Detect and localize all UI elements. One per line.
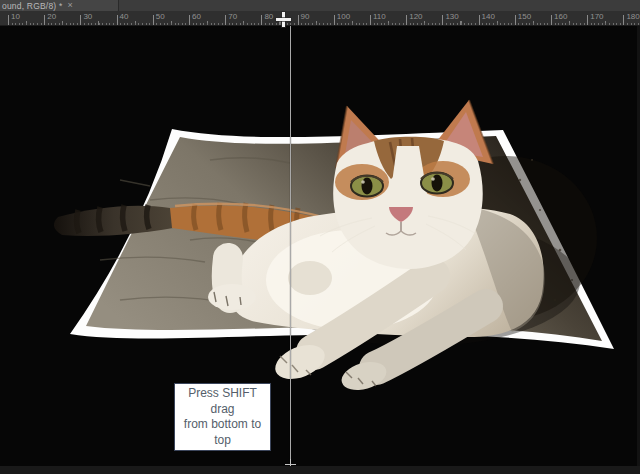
vertical-guide[interactable] — [290, 26, 291, 466]
ruler-label-140: 140 — [482, 12, 495, 21]
ruler-label-130: 130 — [445, 12, 458, 21]
horizontal-ruler[interactable]: 1020304050607080901001101201301401501601… — [0, 11, 640, 26]
cat-eye-left — [351, 176, 383, 197]
ruler-tick-150 — [515, 15, 516, 25]
ruler-tick-140 — [479, 15, 480, 25]
ruler-tick-110 — [370, 15, 371, 25]
document-tab-title: ound, RGB/8) * — [0, 1, 62, 11]
tab-close-icon[interactable]: × — [67, 1, 72, 10]
canvas[interactable]: Press SHIFT drag from bottom to top — [0, 26, 640, 466]
ruler-label-160: 160 — [554, 12, 567, 21]
ruler-tick-80 — [261, 15, 262, 25]
ruler-tick-70 — [225, 15, 226, 25]
ruler-label-90: 90 — [301, 12, 310, 21]
ruler-label-10: 10 — [11, 12, 20, 21]
cat-eye-right — [421, 173, 453, 194]
photoshop-window: ound, RGB/8) * × 10203040506070809010011… — [0, 0, 640, 474]
document-tab[interactable]: ound, RGB/8) * × — [0, 0, 119, 11]
ruler-tick-120 — [406, 15, 407, 25]
document-tab-bar: ound, RGB/8) * × — [0, 0, 640, 11]
move-guide-cursor-icon — [276, 12, 291, 27]
ruler-label-120: 120 — [409, 12, 422, 21]
ruler-label-60: 60 — [192, 12, 201, 21]
ruler-label-20: 20 — [47, 12, 56, 21]
ruler-tick-160 — [551, 15, 552, 25]
ruler-label-180: 180 — [626, 12, 639, 21]
ruler-tick-20 — [44, 15, 45, 25]
ruler-tick-50 — [153, 15, 154, 25]
ruler-label-100: 100 — [337, 12, 350, 21]
ruler-tick-30 — [80, 15, 81, 25]
ruler-label-50: 50 — [156, 12, 165, 21]
ruler-label-110: 110 — [373, 12, 386, 21]
instruction-box: Press SHIFT drag from bottom to top — [174, 383, 271, 451]
ruler-label-150: 150 — [518, 12, 531, 21]
ruler-tick-100 — [334, 15, 335, 25]
ruler-label-170: 170 — [590, 12, 603, 21]
ruler-tick-60 — [189, 15, 190, 25]
ruler-label-40: 40 — [120, 12, 129, 21]
instruction-line-1: Press SHIFT drag — [175, 386, 270, 417]
ruler-label-80: 80 — [264, 12, 273, 21]
cat-front-paw-mid — [288, 261, 332, 295]
ruler-tick-40 — [117, 15, 118, 25]
ruler-tick-10 — [8, 15, 9, 25]
pasteboard-strip — [0, 466, 640, 474]
ruler-tick-180 — [623, 15, 624, 25]
ruler-label-30: 30 — [83, 12, 92, 21]
ruler-label-70: 70 — [228, 12, 237, 21]
ruler-tick-130 — [442, 15, 443, 25]
ruler-tick-90 — [298, 15, 299, 25]
photo-scene — [0, 26, 640, 466]
ruler-tick-170 — [587, 15, 588, 25]
instruction-line-2: from bottom to top — [175, 417, 270, 448]
